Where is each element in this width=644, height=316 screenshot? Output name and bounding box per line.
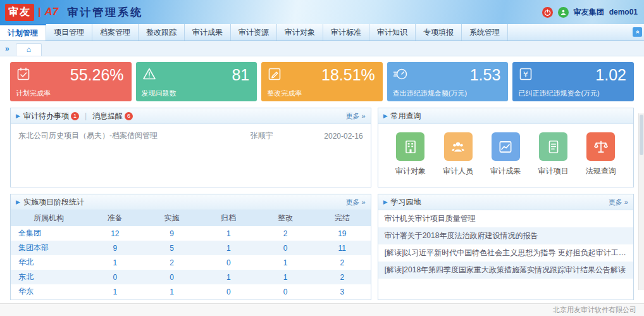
query-item-audit-projects[interactable]: 审计项目 — [538, 132, 569, 177]
org-link[interactable]: 东北 — [11, 270, 87, 284]
todo-item-title: 东北公司历史项目（易夫）-档案借阅管理 — [18, 130, 214, 141]
stat-label: 查出违纪违规金额(万元) — [393, 89, 467, 98]
stage-count[interactable]: 0 — [200, 284, 257, 299]
stage-count[interactable]: 1 — [200, 226, 257, 241]
tab-audit-results[interactable]: 审计成果 — [185, 24, 231, 41]
org-link[interactable]: 华东 — [11, 284, 87, 299]
query-item-label: 审计项目 — [538, 166, 569, 177]
org-link[interactable]: 集团本部 — [11, 241, 87, 255]
user-avatar-icon[interactable] — [558, 7, 569, 18]
query-item-label: 审计人员 — [443, 166, 473, 177]
home-tab[interactable]: ⌂ — [16, 43, 42, 56]
todo-more-link[interactable]: 更多 » — [346, 111, 366, 121]
vertical-scrollbar[interactable] — [638, 113, 644, 290]
tab-rectification-tracking[interactable]: 整改跟踪 — [139, 24, 185, 41]
stage-count[interactable]: 3 — [314, 284, 371, 299]
stage-count[interactable]: 1 — [144, 284, 201, 299]
query-item-audit-objects[interactable]: 审计对象 — [395, 132, 426, 177]
stat-value: 81 — [232, 66, 249, 84]
tab-audit-standards[interactable]: 审计标准 — [323, 24, 369, 41]
stage-count[interactable]: 2 — [314, 255, 371, 270]
stage-count[interactable]: 12 — [87, 226, 144, 241]
stage-count[interactable]: 0 — [200, 255, 257, 270]
panel-arrow-icon: ▶ — [383, 199, 388, 205]
stage-count[interactable]: 1 — [257, 255, 314, 270]
stage-count[interactable]: 9 — [144, 226, 201, 241]
stage-count[interactable]: 1 — [87, 284, 144, 299]
stage-count[interactable]: 5 — [144, 241, 201, 255]
stage-count[interactable]: 2 — [144, 255, 201, 270]
common-query-panel: ▶ 常用查询 审计对象 — [378, 108, 634, 187]
query-item-audit-results[interactable]: 审计成果 — [490, 132, 521, 177]
query-item-label: 审计成果 — [490, 166, 521, 177]
org-link[interactable]: 华北 — [11, 255, 87, 270]
stage-count[interactable]: 9 — [87, 241, 144, 255]
user-name[interactable]: demo01 — [609, 8, 638, 16]
stat-value: 1.53 — [470, 66, 501, 84]
logo-area: 审友 | A7 审计管理系统 — [5, 4, 143, 21]
tab-project-management[interactable]: 项目管理 — [46, 24, 92, 41]
power-icon[interactable] — [542, 7, 553, 18]
stage-count[interactable]: 0 — [144, 270, 201, 284]
stage-count[interactable]: 0 — [87, 270, 144, 284]
org-name: 审友集团 — [574, 7, 604, 18]
tab-plan-management[interactable]: 计划管理 — [0, 24, 46, 41]
stage-count[interactable]: 11 — [314, 241, 371, 255]
tab-system-management[interactable]: 系统管理 — [462, 24, 508, 41]
document-icon — [539, 132, 567, 161]
people-icon — [444, 132, 473, 161]
stage-count[interactable]: 19 — [314, 226, 371, 241]
dashboard-content: 55.26% 计划完成率 81 发现问题数 18.51% — [0, 56, 644, 303]
stat-label: 已纠正违纪违规资金(万元) — [518, 89, 599, 98]
stage-stats-table: 所属机构 准备 实施 归档 整改 完结 全集团 12 9 — [11, 210, 371, 299]
stat-value: 18.51% — [321, 66, 375, 84]
stat-card-rectification-completion: 18.51% 整改完成率 — [261, 62, 383, 101]
stat-value: 1.02 — [595, 66, 626, 84]
scrollbar-thumb[interactable] — [640, 115, 643, 155]
stat-cards-row: 55.26% 计划完成率 81 发现问题数 18.51% — [10, 62, 634, 101]
learning-list-item[interactable]: 审计署关于2018年度法治政府建设情况的报告 — [378, 227, 633, 244]
org-link[interactable]: 全集团 — [11, 226, 87, 241]
learning-panel-header: ▶ 学习园地 更多 » — [378, 194, 633, 210]
tab-special-reporting[interactable]: 专项填报 — [416, 24, 462, 41]
breadcrumb-chevrons-icon[interactable]: » — [5, 44, 9, 56]
messages-tab[interactable]: 消息提醒 — [92, 111, 123, 122]
tab-audit-knowledge[interactable]: 审计知识 — [369, 24, 416, 41]
stage-count[interactable]: 0 — [257, 241, 314, 255]
panel-arrow-icon: ▶ — [16, 113, 20, 119]
col-header-org: 所属机构 — [11, 210, 87, 226]
stage-more-link[interactable]: 更多 » — [346, 198, 366, 207]
todo-tab[interactable]: 审计待办事项 — [23, 111, 69, 122]
todo-panel-header: ▶ 审计待办事项 1 | 消息提醒 6 更多 » — [11, 108, 371, 124]
tab-audit-resources[interactable]: 审计资源 — [231, 24, 277, 41]
collapse-chevron-icon[interactable]: » — [633, 27, 642, 37]
stage-count[interactable]: 1 — [87, 255, 144, 270]
stat-label: 计划完成率 — [16, 89, 51, 98]
learning-more-link[interactable]: 更多 » — [609, 198, 628, 207]
scales-icon — [586, 132, 615, 161]
stage-count[interactable]: 0 — [257, 284, 314, 299]
stage-count[interactable]: 2 — [257, 226, 314, 241]
tab-audit-objects[interactable]: 审计对象 — [277, 24, 323, 41]
common-query-header: ▶ 常用查询 — [378, 108, 633, 124]
todo-item-person: 张顺宇 — [214, 130, 309, 141]
stage-stats-panel: ▶ 实施项目阶段统计 更多 » 所属机构 准备 实施 归档 整改 完结 — [10, 194, 371, 300]
learning-list: 审计机关审计项目质量管理 审计署关于2018年度法治政府建设情况的报告 [解读]… — [378, 210, 633, 279]
learning-list-item[interactable]: [解读]以习近平新时代中国特色社会主义思想为指导 更好担负起审计工作新... — [378, 244, 633, 262]
logo-divider: | — [38, 6, 40, 18]
middle-panels-row: ▶ 审计待办事项 1 | 消息提醒 6 更多 » 东北公司历史项目（易夫）-档案… — [10, 108, 634, 187]
stage-count[interactable]: 2 — [314, 270, 371, 284]
stage-count[interactable]: 1 — [257, 270, 314, 284]
tab-archive-management[interactable]: 档案管理 — [92, 24, 139, 41]
learning-list-item[interactable]: [解读]2018年第四季度国家重大政策措施落实情况跟踪审计结果公告解读 — [378, 262, 633, 279]
messages-count-badge: 6 — [125, 112, 133, 120]
table-row: 全集团 12 9 1 2 19 — [11, 226, 371, 241]
todo-list-item[interactable]: 东北公司历史项目（易夫）-档案借阅管理 张顺宇 2020-02-16 — [11, 124, 371, 148]
stage-count[interactable]: 1 — [200, 241, 257, 255]
panel-arrow-icon: ▶ — [16, 199, 20, 205]
tab-separator: | — [85, 111, 87, 120]
query-item-regulation-search[interactable]: 法规查询 — [586, 132, 616, 177]
query-item-audit-personnel[interactable]: 审计人员 — [443, 132, 473, 177]
learning-list-item[interactable]: 审计机关审计项目质量管理 — [378, 210, 633, 227]
stage-count[interactable]: 1 — [200, 270, 257, 284]
